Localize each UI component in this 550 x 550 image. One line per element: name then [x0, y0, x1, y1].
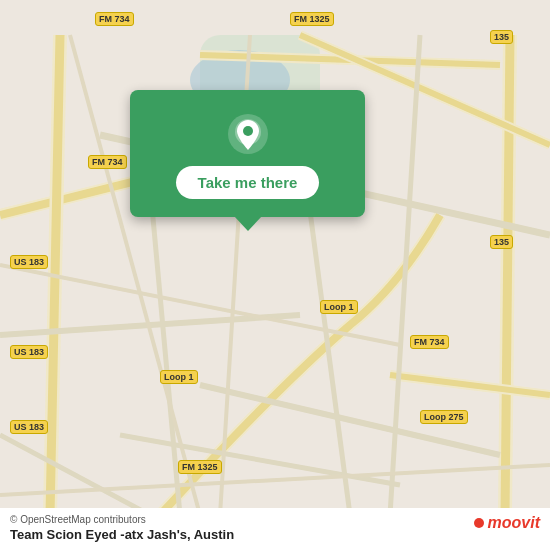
svg-line-18 — [0, 435, 150, 515]
svg-point-28 — [243, 126, 253, 136]
road-label-fm734-bot: FM 734 — [410, 335, 449, 349]
moovit-logo: moovit — [474, 514, 540, 532]
road-label-loop275: Loop 275 — [420, 410, 468, 424]
road-label-loop1-low: Loop 1 — [160, 370, 198, 384]
road-label-us183-mid: US 183 — [10, 255, 48, 269]
bottom-bar: © OpenStreetMap contributors Team Scion … — [0, 508, 550, 550]
map-container: FM 734FM 1325135FM 734US 183Loop 1135US … — [0, 0, 550, 550]
location-pin-icon — [226, 112, 270, 156]
moovit-text: moovit — [488, 514, 540, 532]
take-me-there-button[interactable]: Take me there — [176, 166, 320, 199]
popup-card: Take me there — [130, 90, 365, 217]
road-label-i135-mid: 135 — [490, 235, 513, 249]
road-label-fm734-top: FM 734 — [95, 12, 134, 26]
moovit-dot — [474, 518, 484, 528]
map-attribution: © OpenStreetMap contributors — [10, 514, 540, 525]
svg-line-7 — [505, 35, 510, 515]
map-roads — [0, 0, 550, 550]
svg-line-13 — [390, 375, 550, 395]
road-label-fm1325-bot: FM 1325 — [178, 460, 222, 474]
road-label-loop1: Loop 1 — [320, 300, 358, 314]
road-label-fm734-left: FM 734 — [88, 155, 127, 169]
svg-line-17 — [120, 435, 400, 485]
road-label-us183-low: US 183 — [10, 345, 48, 359]
road-label-i135-top: 135 — [490, 30, 513, 44]
location-name: Team Scion Eyed -atx Jash's, Austin — [10, 527, 540, 542]
road-label-fm1325-top: FM 1325 — [290, 12, 334, 26]
road-label-us183-bot: US 183 — [10, 420, 48, 434]
